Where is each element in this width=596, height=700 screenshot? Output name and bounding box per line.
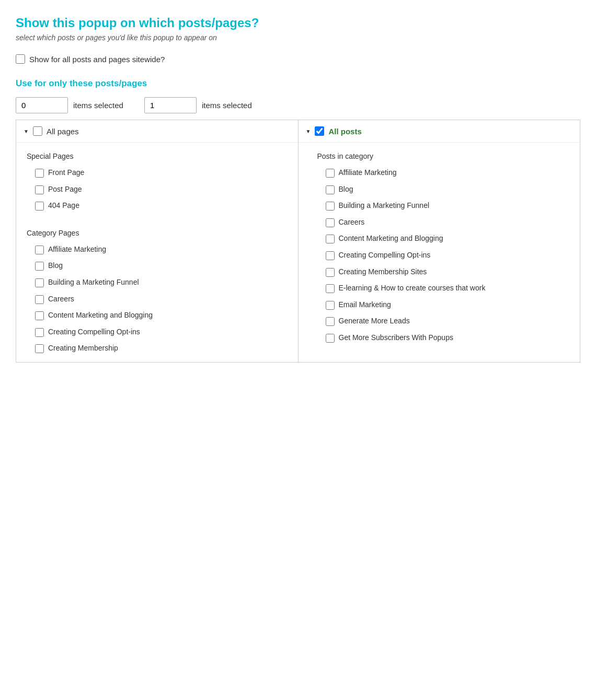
left-creating-membership-checkbox[interactable] bbox=[35, 344, 44, 353]
all-posts-label[interactable]: All posts bbox=[328, 127, 361, 136]
404-page-label[interactable]: 404 Page bbox=[48, 201, 79, 211]
left-column: ▼ All pages Special Pages Front Page Pos… bbox=[16, 120, 299, 362]
right-blog-checkbox[interactable] bbox=[326, 185, 335, 194]
right-posts-in-category-section: Posts in category Affiliate Marketing Bl… bbox=[299, 143, 580, 352]
list-item: Building a Marketing Funnel bbox=[16, 274, 298, 291]
right-careers-label[interactable]: Careers bbox=[339, 217, 365, 228]
list-item: Get More Subscribers With Popups bbox=[299, 330, 580, 346]
right-building-checkbox[interactable] bbox=[326, 202, 335, 211]
page-title: Show this popup on which posts/pages? bbox=[16, 16, 580, 30]
right-creating-compelling-checkbox[interactable] bbox=[326, 251, 335, 260]
left-items-selected-group: items selected bbox=[16, 97, 123, 113]
all-posts-checkbox[interactable] bbox=[315, 126, 324, 136]
left-blog-checkbox[interactable] bbox=[35, 262, 44, 271]
left-items-label: items selected bbox=[73, 101, 123, 110]
list-item: Building a Marketing Funnel bbox=[299, 197, 580, 214]
right-content-marketing-label[interactable]: Content Marketing and Blogging bbox=[339, 234, 443, 244]
columns-wrapper: ▼ All pages Special Pages Front Page Pos… bbox=[16, 120, 580, 363]
right-column-header: ▼ All posts bbox=[299, 120, 580, 143]
list-item: Blog bbox=[16, 258, 298, 274]
list-item: Post Page bbox=[16, 181, 298, 198]
all-pages-checkbox[interactable] bbox=[33, 126, 42, 136]
list-item: Careers bbox=[16, 291, 298, 308]
left-count-input[interactable] bbox=[16, 97, 68, 113]
left-affiliate-label[interactable]: Affiliate Marketing bbox=[48, 244, 106, 255]
list-item: Affiliate Marketing bbox=[16, 241, 298, 258]
list-item: Content Marketing and Blogging bbox=[16, 307, 298, 324]
list-item: Creating Membership bbox=[16, 340, 298, 357]
right-creating-compelling-label[interactable]: Creating Compelling Opt-ins bbox=[339, 250, 431, 261]
list-item: 404 Page bbox=[16, 197, 298, 214]
left-content-marketing-checkbox[interactable] bbox=[35, 311, 44, 320]
left-content-marketing-label[interactable]: Content Marketing and Blogging bbox=[48, 310, 153, 321]
right-affiliate-checkbox[interactable] bbox=[326, 169, 335, 178]
list-item: Front Page bbox=[16, 165, 298, 181]
left-creating-membership-label[interactable]: Creating Membership bbox=[48, 343, 118, 354]
left-category-pages-title: Category Pages bbox=[16, 225, 298, 241]
list-item: Careers bbox=[299, 214, 580, 231]
left-careers-label[interactable]: Careers bbox=[48, 294, 74, 305]
right-get-subscribers-label[interactable]: Get More Subscribers With Popups bbox=[339, 333, 453, 343]
list-item: Creating Compelling Opt-ins bbox=[299, 247, 580, 264]
post-page-checkbox[interactable] bbox=[35, 185, 44, 194]
right-elearning-checkbox[interactable] bbox=[326, 284, 335, 293]
sitewide-row: Show for all posts and pages sitewide? bbox=[16, 54, 580, 64]
left-arrow-icon: ▼ bbox=[24, 129, 29, 134]
list-item: Blog bbox=[299, 181, 580, 198]
all-pages-label[interactable]: All pages bbox=[47, 127, 79, 136]
left-building-label[interactable]: Building a Marketing Funnel bbox=[48, 277, 139, 288]
items-selected-row: items selected items selected bbox=[16, 97, 580, 113]
404-page-checkbox[interactable] bbox=[35, 202, 44, 211]
list-item: E-learning & How to create courses that … bbox=[299, 280, 580, 297]
right-email-marketing-label[interactable]: Email Marketing bbox=[339, 300, 391, 310]
left-affiliate-checkbox[interactable] bbox=[35, 246, 44, 254]
right-email-marketing-checkbox[interactable] bbox=[326, 301, 335, 310]
right-generate-leads-label[interactable]: Generate More Leads bbox=[339, 316, 410, 326]
right-posts-in-category-title: Posts in category bbox=[299, 148, 580, 165]
right-items-label: items selected bbox=[202, 101, 252, 110]
sitewide-checkbox[interactable] bbox=[16, 54, 25, 64]
left-special-pages-section: Special Pages Front Page Post Page 404 P… bbox=[16, 143, 298, 219]
right-count-input[interactable] bbox=[144, 97, 197, 113]
list-item: Content Marketing and Blogging bbox=[299, 230, 580, 247]
page-subtitle: select which posts or pages you'd like t… bbox=[16, 33, 580, 42]
left-category-pages-section: Category Pages Affiliate Marketing Blog … bbox=[16, 219, 298, 362]
right-building-label[interactable]: Building a Marketing Funnel bbox=[339, 201, 430, 211]
list-item: Email Marketing bbox=[299, 297, 580, 313]
left-building-checkbox[interactable] bbox=[35, 278, 44, 287]
list-item: Creating Membership Sites bbox=[299, 264, 580, 281]
right-get-subscribers-checkbox[interactable] bbox=[326, 334, 335, 343]
left-creating-compelling-checkbox[interactable] bbox=[35, 328, 44, 337]
post-page-label[interactable]: Post Page bbox=[48, 184, 82, 195]
right-creating-membership-sites-checkbox[interactable] bbox=[326, 268, 335, 277]
left-column-header: ▼ All pages bbox=[16, 120, 298, 143]
list-item: Generate More Leads bbox=[299, 313, 580, 330]
list-item: Creating Compelling Opt-ins bbox=[16, 324, 298, 341]
right-arrow-icon: ▼ bbox=[306, 129, 311, 134]
left-special-pages-title: Special Pages bbox=[16, 148, 298, 165]
section-heading: Use for only these posts/pages bbox=[16, 78, 580, 89]
left-creating-compelling-label[interactable]: Creating Compelling Opt-ins bbox=[48, 327, 140, 337]
left-blog-label[interactable]: Blog bbox=[48, 261, 63, 271]
front-page-checkbox[interactable] bbox=[35, 169, 44, 178]
left-careers-checkbox[interactable] bbox=[35, 295, 44, 304]
right-generate-leads-checkbox[interactable] bbox=[326, 317, 335, 326]
list-item: Affiliate Marketing bbox=[299, 165, 580, 181]
right-elearning-label[interactable]: E-learning & How to create courses that … bbox=[339, 283, 486, 294]
right-column: ▼ All posts Posts in category Affiliate … bbox=[299, 120, 580, 362]
right-content-marketing-checkbox[interactable] bbox=[326, 235, 335, 243]
right-creating-membership-sites-label[interactable]: Creating Membership Sites bbox=[339, 267, 427, 277]
right-blog-label[interactable]: Blog bbox=[339, 184, 353, 195]
right-affiliate-label[interactable]: Affiliate Marketing bbox=[339, 168, 397, 178]
right-items-selected-group: items selected bbox=[144, 97, 252, 113]
sitewide-label[interactable]: Show for all posts and pages sitewide? bbox=[29, 55, 165, 64]
front-page-label[interactable]: Front Page bbox=[48, 168, 84, 178]
right-careers-checkbox[interactable] bbox=[326, 218, 335, 227]
